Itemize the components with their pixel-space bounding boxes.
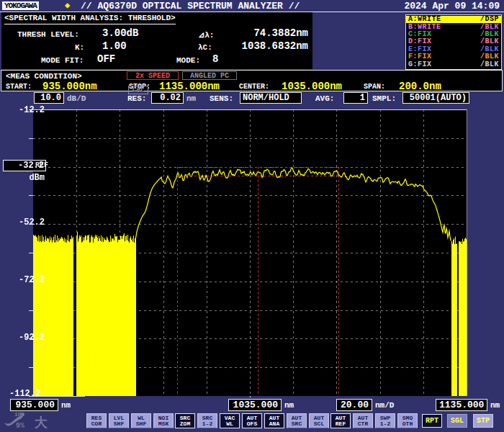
analysis-panel: <SPECTRAL WIDTH ANALYSIS: THRESHOLD> THR… <box>1 12 312 69</box>
yaxis-label-3: -72.2 <box>4 275 45 285</box>
yaxis-label-5: -112.2 <box>9 389 50 399</box>
yaxis-label-2: -52.2 <box>4 217 45 228</box>
trace-status: /BLK <box>480 53 499 60</box>
watermark-badge: 100 <box>14 411 24 418</box>
center-label: CENTER: <box>239 83 269 91</box>
mode-label: MODE: <box>176 56 200 65</box>
softkey-aut-scl[interactable]: AUT SCL <box>309 413 329 428</box>
res-field[interactable]: 0.02 <box>151 92 184 104</box>
trace-row-g[interactable]: G:FIX/BLK <box>406 60 501 68</box>
level-scale-field[interactable]: 10.0 <box>34 92 64 104</box>
yokogawa-logo: YOKOGAWA <box>2 1 39 10</box>
analysis-title: <SPECTRAL WIDTH ANALYSIS: THRESHOLD> <box>4 14 176 24</box>
runkey-stp[interactable]: STP <box>473 414 493 428</box>
softkey-res-cor[interactable]: RES COR <box>86 413 107 428</box>
thresh-level-value: 3.00dB <box>102 27 138 39</box>
watermark-text: 大数跨境 <box>35 414 48 432</box>
trace-label: G:FIX <box>408 61 432 68</box>
delta-lambda-label: ⊿λ: <box>198 30 214 40</box>
app-title: // AQ6370D OPTICAL SPECTRUM ANALYZER // <box>81 1 300 11</box>
xaxis-scale-unit: nm/D <box>375 401 394 410</box>
trace-row-d[interactable]: D:FIX/BLK <box>406 38 501 45</box>
ref-marker-label: REF <box>35 161 48 169</box>
softkey-aut-ref[interactable]: AUT REF <box>330 413 351 428</box>
datetime-display: 2024 Apr 09 14:09 <box>404 1 500 11</box>
trace-status: /BLK <box>480 61 499 68</box>
softkey-wl-shf[interactable]: WL SHF <box>131 413 151 428</box>
osa-screen: YOKOGAWA ◆ // AQ6370D OPTICAL SPECTRUM A… <box>0 0 504 432</box>
softkey-src-1-2[interactable]: SRC 1-2 <box>197 413 217 428</box>
trace-label: A:WRITE <box>408 16 441 23</box>
yaxis-unit: dBm <box>4 173 45 183</box>
k-value: 1.00 <box>102 40 127 52</box>
res-label: RES: <box>127 94 146 103</box>
sens-field[interactable]: NORM/HOLD <box>240 92 302 104</box>
softkey-aut-ofs[interactable]: AUT OFS <box>242 413 262 428</box>
trace-row-f[interactable]: F:FIX/BLK <box>406 53 501 60</box>
watermark: 100 9% 大数跨境 <box>3 411 32 432</box>
title-bar: YOKOGAWA ◆ // AQ6370D OPTICAL SPECTRUM A… <box>0 0 504 12</box>
xaxis-stop-field[interactable]: 1135.000 <box>436 399 487 411</box>
softkey-src-zom[interactable]: SRC ZOM <box>175 413 195 428</box>
softkey-noi-msk[interactable]: NOI MSK <box>153 413 174 428</box>
xaxis-stop-unit: nm <box>490 401 500 410</box>
sens-label: SENS: <box>210 94 233 103</box>
smpl-field[interactable]: 50001(AUTO) <box>402 92 469 104</box>
span-value[interactable]: 200.0nm <box>399 81 441 92</box>
softkey-aut-ctr[interactable]: AUT CTR <box>353 413 373 428</box>
trace-label: D:FIX <box>408 38 432 45</box>
avg-field[interactable]: 1 <box>343 92 368 104</box>
meas-condition-bar: <MEAS CONDITION> 2x SPEED ANGLED PC STAR… <box>1 70 503 91</box>
lambda-c-label: λC: <box>198 43 212 52</box>
mode-fit-label: MODE FIT: <box>41 56 84 65</box>
mode-fit-value: OFF <box>97 53 115 65</box>
meas-condition-title: <MEAS CONDITION> <box>6 72 82 81</box>
center-value[interactable]: 1035.000nm <box>282 81 342 92</box>
start-label: START: <box>6 83 32 91</box>
trace-list: A:WRITE/DSPB:WRITE/BLKC:FIX/BLKD:FIX/BLK… <box>405 14 502 70</box>
spectrum-canvas <box>29 108 468 397</box>
stop-value[interactable]: 1135.000nm <box>159 81 220 92</box>
level-scale-unit: dB/D <box>67 94 86 103</box>
runkey-sgl[interactable]: SGL <box>447 414 467 428</box>
runkey-rpt[interactable]: RPT <box>422 414 442 428</box>
yaxis-label-4: -92.2 <box>4 333 45 343</box>
trace-row-a[interactable]: A:WRITE/DSP <box>406 16 501 23</box>
softkey-smo-oth[interactable]: SMO OTH <box>397 413 418 428</box>
res-unit: nm <box>186 94 196 103</box>
k-label: K: <box>75 43 84 52</box>
trace-status: /DSP <box>480 16 499 23</box>
xaxis-start-field[interactable]: 935.000 <box>10 399 58 411</box>
trace-label: F:FIX <box>408 53 432 60</box>
span-label: SPAN: <box>364 83 385 91</box>
connector-badge: ANGLED PC <box>182 71 237 80</box>
speed-badge: 2x SPEED <box>127 71 179 80</box>
xaxis-center-unit: nm <box>284 401 294 410</box>
softkey-swp-1-2[interactable]: SWP 1-2 <box>375 413 395 428</box>
softkey-lvl-shf[interactable]: LVL SHF <box>109 413 129 428</box>
lambda-c-value: 1038.6832nm <box>222 40 308 52</box>
diamond-icon: ◆ <box>65 1 70 10</box>
smpl-label: SMPL: <box>372 94 396 103</box>
softkey-vac-wl[interactable]: VAC WL <box>220 413 240 428</box>
xaxis-start-unit: nm <box>61 401 71 410</box>
avg-label: AVG: <box>315 94 334 103</box>
watermark-percent: 9% <box>16 422 24 430</box>
softkey-aut-src[interactable]: AUT SRC <box>287 413 307 428</box>
xaxis-center-field[interactable]: 1035.000 <box>228 399 282 411</box>
softkey-aut-ana[interactable]: AUT ANA <box>264 413 284 428</box>
mode-value: 8 <box>212 53 218 65</box>
yaxis-label-0: -12.2 <box>4 105 45 115</box>
xaxis-scale-field[interactable]: 20.00 <box>336 399 372 411</box>
start-value[interactable]: 935.000nm <box>42 81 97 92</box>
trace-status: /BLK <box>480 38 499 45</box>
cal-badge: CAL <box>128 86 148 94</box>
delta-lambda-value: 74.3882nm <box>222 27 308 39</box>
thresh-level-label: THRESH LEVEL: <box>17 30 79 39</box>
